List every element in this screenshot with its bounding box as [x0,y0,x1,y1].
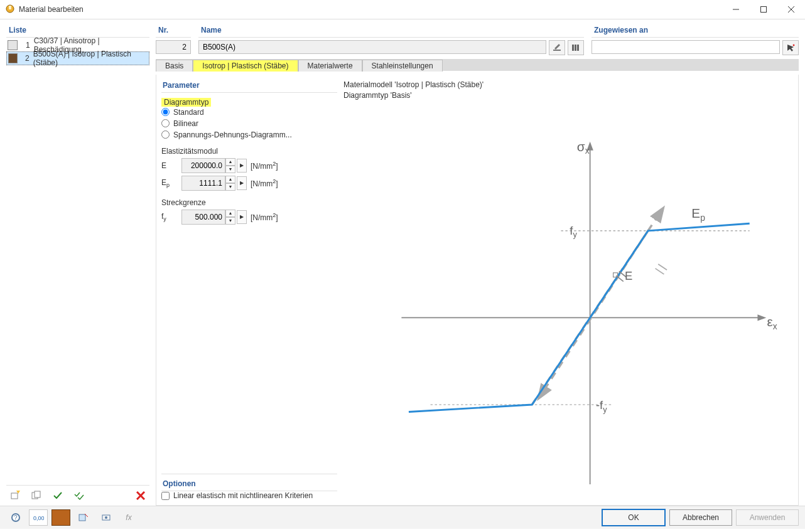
tab-bar: Basis Isotrop | Plastisch (Stäbe) Materi… [156,59,799,71]
delete-icon[interactable] [132,488,149,503]
window-minimize-button[interactable] [722,0,750,19]
check-all-icon[interactable] [70,488,88,503]
e-value-input[interactable] [181,158,225,173]
emodulus-header: Elastizitätsmodul [161,146,337,157]
apply-button[interactable]: Anwenden [736,509,799,526]
help-icon[interactable]: ? [6,509,25,526]
more-icon[interactable]: ▶ [237,159,247,173]
window-maximize-button[interactable] [750,0,777,19]
radio-stress-strain[interactable]: Spannungs-Dehnungs-Diagramm... [161,129,337,141]
svg-rect-1 [9,6,11,9]
tab-materialwerte[interactable]: Materialwerte [298,60,362,72]
material-label: B500S(A) | Isotrop | Plastisch (Stäbe) [33,50,148,67]
units-icon[interactable]: 0,00 [29,509,48,526]
app-icon [5,4,15,16]
linear-nl-checkbox-row[interactable]: Linear elastisch mit nichtlinearen Krite… [161,491,337,500]
axis-y-label: σx [577,139,590,156]
svg-line-29 [658,264,667,270]
tab-basis[interactable]: Basis [156,60,193,72]
spin-up-icon[interactable]: ▲ [225,176,235,183]
material-color-icon[interactable] [51,509,70,526]
ep-unit: [N/mm2] [251,178,278,188]
svg-line-28 [656,269,664,274]
fy-label: fy [570,224,577,240]
more-icon[interactable]: ▶ [237,176,247,190]
more-icon[interactable]: ▶ [237,210,247,224]
preview-icon[interactable] [97,509,116,526]
svg-text:?: ? [14,514,18,521]
nr-input[interactable] [156,40,191,54]
material-swatch [8,40,18,50]
bottom-bar: ? 0,00 fx OK Abbrechen Anwenden [0,506,805,529]
new-item-icon[interactable] [6,488,24,503]
material-number: 1 [21,41,30,50]
material-list: 1 C30/37 | Anisotrop | Beschädigung 2 B5… [6,38,149,485]
name-input[interactable] [198,40,546,54]
nr-label: Nr. [156,23,191,38]
svg-marker-17 [787,45,794,51]
tab-stahleinstellungen[interactable]: Stahleinstellungen [362,60,443,72]
material-item[interactable]: 2 B500S(A) | Isotrop | Plastisch (Stäbe) [6,51,149,65]
spin-down-icon[interactable]: ▼ [225,166,235,173]
cancel-button[interactable]: Abbrechen [669,509,732,526]
ep-symbol: Ep [161,178,178,188]
e-symbol: E [161,161,178,170]
parameter-header: Parameter [161,80,337,93]
svg-rect-16 [577,45,579,51]
svg-point-39 [105,516,107,519]
window-close-button[interactable] [777,0,805,19]
ep-value-input[interactable] [181,176,225,191]
fy-value-input[interactable] [181,210,225,225]
ep-slope-label: Ep [691,206,705,223]
e-slope-label: E [625,270,632,283]
edit-name-icon[interactable] [549,40,565,55]
name-label: Name [198,23,584,38]
svg-rect-3 [761,7,767,13]
assigned-input[interactable] [592,40,780,54]
spin-down-icon[interactable]: ▼ [225,183,235,191]
spin-up-icon[interactable]: ▲ [225,210,235,217]
radio-bilinear[interactable]: Bilinear [161,118,337,129]
pick-assign-icon[interactable] [782,40,799,55]
spin-down-icon[interactable]: ▼ [225,217,235,225]
yield-header: Streckgrenze [161,197,337,208]
diagram-caption-1: Materialmodell 'Isotrop | Plastisch (Stä… [343,80,793,90]
svg-marker-13 [554,44,560,50]
e-unit: [N/mm2] [251,161,278,171]
svg-rect-12 [553,50,561,51]
diagramtype-header: Diagrammtyp [161,98,211,107]
svg-rect-9 [35,491,40,497]
linear-nl-label: Linear elastisch mit nichtlinearen Krite… [173,491,313,500]
radio-standard-label: Standard [173,108,204,117]
copy-item-icon[interactable] [28,488,45,503]
fy-symbol: fy [161,212,178,222]
material-swatch [8,53,18,63]
radio-bilinear-label: Bilinear [173,119,198,128]
svg-text:0,00: 0,00 [33,515,44,521]
fx-icon[interactable]: fx [119,509,138,526]
ok-button[interactable]: OK [602,509,666,526]
radio-standard[interactable]: Standard [161,107,337,118]
diagram-caption-2: Diagrammtyp 'Basis' [343,90,793,101]
svg-rect-6 [11,493,18,499]
sidebar-header: Liste [6,23,149,38]
radio-standard-input[interactable] [161,108,170,116]
title-bar: Material bearbeiten [0,0,805,19]
stress-strain-diagram: σx εx fy -fy E Ep [343,107,793,500]
fy-unit: [N/mm2] [251,212,278,222]
radio-bilinear-input[interactable] [161,119,170,127]
linear-nl-checkbox[interactable] [161,492,170,500]
svg-rect-14 [572,45,574,51]
svg-rect-36 [79,514,85,521]
window-title: Material bearbeiten [19,5,84,14]
radio-stress-strain-input[interactable] [161,130,170,139]
tab-isotrop-plastisch[interactable]: Isotrop | Plastisch (Stäbe) [193,60,298,72]
svg-rect-15 [575,45,576,51]
check-icon[interactable] [49,488,67,503]
object-info-icon[interactable] [74,509,93,526]
radio-stress-strain-label: Spannungs-Dehnungs-Diagramm... [173,130,292,139]
options-header: Optionen [161,478,337,491]
assigned-label: Zugewiesen an [592,23,799,38]
spin-up-icon[interactable]: ▲ [225,158,235,166]
library-icon[interactable] [568,40,584,55]
